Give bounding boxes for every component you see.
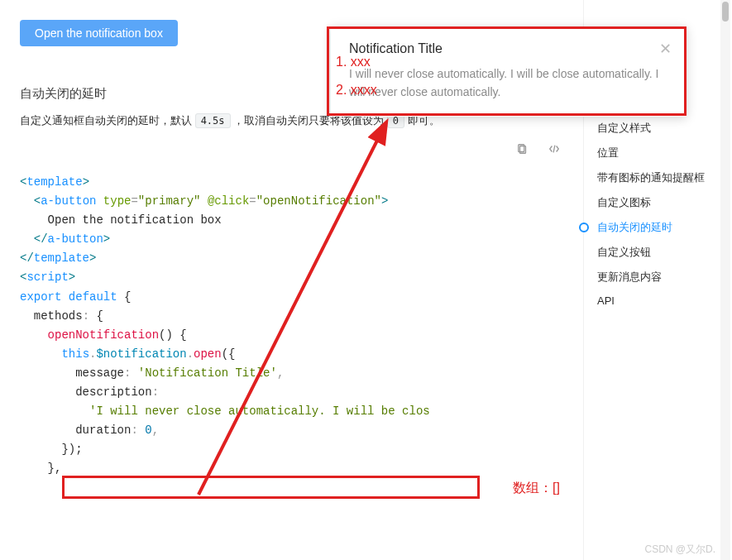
desc-text: 自定义通知框自动关闭的延时，默认: [20, 114, 192, 127]
open-notification-button[interactable]: Open the notification box: [20, 20, 178, 46]
notification-popup: Notification Title I will never close au…: [331, 26, 687, 117]
sidebar-item[interactable]: 更新消息内容: [584, 265, 732, 290]
notification-title: Notification Title: [349, 41, 668, 56]
vertical-scrollbar[interactable]: ▴: [720, 0, 730, 560]
sidebar-item[interactable]: 自定义图标: [584, 190, 732, 215]
sidebar-item[interactable]: 自定义样式: [584, 116, 732, 141]
sidebar-item[interactable]: 自定义按钮: [584, 240, 732, 265]
scrollbar-thumb[interactable]: [722, 2, 729, 22]
sidebar-item-active[interactable]: 自动关闭的延时: [584, 215, 732, 240]
code-toolbar: [20, 143, 570, 163]
inline-code: 4.5s: [195, 113, 231, 128]
sidebar-item[interactable]: 带有图标的通知提醒框: [584, 165, 732, 190]
notification-body: I will never close automatically. I will…: [349, 65, 668, 102]
code-block: <template> <a-button type="primary" @cli…: [20, 173, 570, 479]
watermark: CSDN @又尔D.: [644, 543, 715, 557]
code-icon[interactable]: [540, 143, 560, 163]
close-icon[interactable]: ✕: [659, 40, 672, 58]
copy-icon[interactable]: [509, 143, 529, 163]
sidebar-item[interactable]: API: [584, 290, 732, 312]
sidebar-item[interactable]: 位置: [584, 141, 732, 165]
